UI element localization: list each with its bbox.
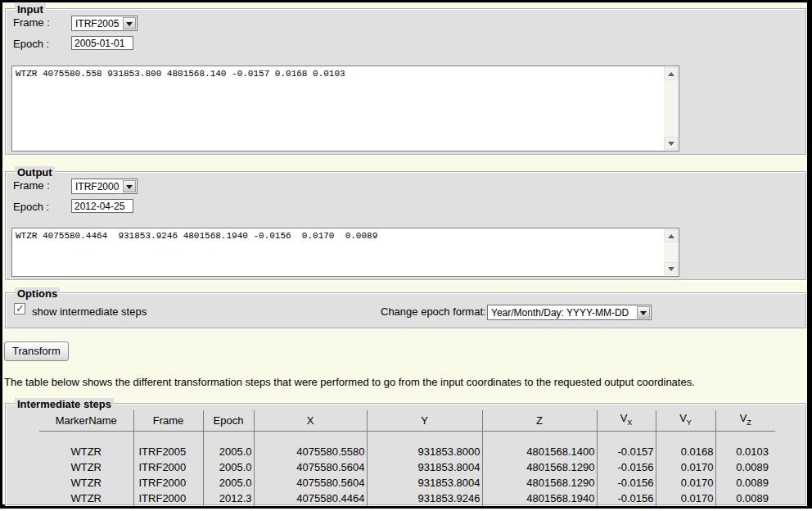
output-coordinates-text: WTZR 4075580.4464 931853.9246 4801568.19… [12,228,679,243]
table-header-cell: VZ [715,410,775,431]
table-cell: 4075580.5604 [254,459,367,475]
output-frame-label: Frame : [13,180,50,191]
output-legend: Output [15,166,55,179]
table-cell: 2005.0 [203,444,254,459]
page: Input Frame : ITRF2005 Epoch : WTZR 4075… [0,0,812,509]
input-section: Input Frame : ITRF2005 Epoch : WTZR 4075… [5,8,807,156]
input-epoch-field[interactable] [71,36,133,50]
table-cell: 4801568.1400 [482,444,597,459]
input-epoch-label: Epoch : [13,38,49,49]
table-header-row: MarkerNameFrameEpochXYZVXVYVZ [39,410,775,431]
input-scrollbar[interactable] [664,67,678,150]
table-header-cell: Y [367,410,482,431]
table-cell: 0.0103 [715,444,775,459]
table-cell: 0.0089 [715,475,775,491]
table-cell: -0.0156 [597,491,656,506]
epoch-format-select[interactable]: Year/Month/Day: YYYY-MM-DD [487,305,652,320]
output-section: Output Frame : ITRF2000 Epoch : WTZR 407… [5,171,807,281]
transform-button[interactable]: Transform [4,341,69,361]
show-intermediate-steps-checkbox[interactable] [14,303,25,314]
table-cell: 2012.3 [203,491,254,506]
scroll-up-icon[interactable] [664,229,678,242]
table-cell: 0.0089 [715,491,775,506]
table-cell: 4801568.1290 [482,475,597,491]
chevron-down-icon[interactable] [123,180,136,192]
table-header-cell: X [254,410,367,431]
scroll-up-icon[interactable] [664,67,678,80]
table-cell: WTZR [39,491,133,506]
table-cell: 931853.9246 [367,491,482,506]
scroll-down-icon[interactable] [664,137,678,150]
table-header-cell: VY [656,410,715,431]
table-spacer-row [39,431,775,444]
table-header-cell: Epoch [203,410,254,431]
output-frame-value: ITRF2000 [72,179,122,193]
output-epoch-field[interactable] [71,199,133,213]
table-row: WTZRITRF20052005.04075580.5580931853.800… [39,444,775,459]
epoch-format-label: Change epoch format: [381,306,486,317]
table-cell: ITRF2000 [133,459,203,475]
chevron-down-icon[interactable] [637,306,650,319]
table-cell: WTZR [39,475,133,491]
table-cell: -0.0156 [597,459,656,475]
input-frame-label: Frame : [13,17,50,28]
table-cell: 4801568.1290 [482,459,597,475]
table-header-cell: MarkerName [39,410,133,431]
options-legend: Options [15,287,60,300]
input-coordinates-textarea[interactable]: WTZR 4075580.558 931853.800 4801568.140 … [11,66,679,151]
scroll-down-icon[interactable] [664,262,678,275]
table-cell: 931853.8004 [367,475,482,491]
intermediate-steps-table: MarkerNameFrameEpochXYZVXVYVZ WTZRITRF20… [39,410,775,506]
input-legend: Input [15,3,46,16]
options-section: Options show intermediate steps Change e… [5,292,807,329]
table-cell: 4075580.4464 [254,491,367,506]
intermediate-steps-section: Intermediate steps MarkerNameFrameEpochX… [5,403,807,506]
table-cell: 931853.8000 [367,444,482,459]
output-epoch-label: Epoch : [13,201,49,212]
table-cell: 4075580.5580 [254,444,367,459]
table-row: WTZRITRF20002005.04075580.5604931853.800… [39,475,775,491]
table-cell: -0.0156 [597,475,656,491]
table-cell: WTZR [39,444,133,459]
input-coordinates-text: WTZR 4075580.558 931853.800 4801568.140 … [12,66,679,81]
table-cell: WTZR [39,459,133,475]
table-row: WTZRITRF20002012.34075580.4464931853.924… [39,491,775,506]
table-cell: 4075580.5604 [254,475,367,491]
table-cell: ITRF2005 [133,444,203,459]
table-cell: -0.0157 [597,444,656,459]
table-cell: 0.0170 [656,459,715,475]
input-frame-select[interactable]: ITRF2005 [71,16,138,31]
chevron-down-icon[interactable] [123,17,136,29]
table-cell: ITRF2000 [133,475,203,491]
output-frame-select[interactable]: ITRF2000 [71,179,138,194]
table-cell: 0.0089 [715,459,775,475]
description-text: The table below shows the different tran… [4,376,695,388]
table-cell: ITRF2000 [133,491,203,506]
table-cell: 2005.0 [203,475,254,491]
intermediate-steps-legend: Intermediate steps [15,398,114,410]
output-scrollbar[interactable] [664,229,678,275]
show-intermediate-steps-label: show intermediate steps [32,306,147,317]
table-header-cell: VX [597,410,656,431]
table-header-cell: Frame [133,410,203,431]
table-header-cell: Z [482,410,597,431]
table-cell: 2005.0 [203,459,254,475]
table-cell: 0.0170 [656,475,715,491]
table-row: WTZRITRF20002005.04075580.5604931853.800… [39,459,775,475]
table-cell: 4801568.1940 [482,491,597,506]
epoch-format-value: Year/Month/Day: YYYY-MM-DD [488,305,636,319]
output-coordinates-textarea[interactable]: WTZR 4075580.4464 931853.9246 4801568.19… [11,228,679,277]
table-cell: 0.0170 [656,491,715,506]
table-cell: 0.0168 [656,444,715,459]
table-cell: 931853.8004 [367,459,482,475]
input-frame-value: ITRF2005 [72,16,122,30]
